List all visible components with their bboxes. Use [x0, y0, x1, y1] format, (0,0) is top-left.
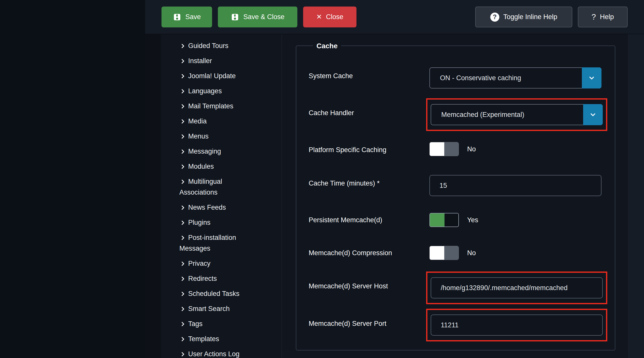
chevron-right-icon	[179, 73, 186, 79]
sidebar-item-label: Guided Tours	[188, 42, 228, 50]
sidebar-item-label: Modules	[188, 163, 214, 170]
memcached-server-port-input[interactable]	[431, 315, 603, 336]
sidebar-item-smart-search[interactable]: Smart Search	[179, 303, 269, 314]
toggle-knob	[430, 213, 445, 227]
highlight-box-cache-handler: Memcached (Experimental)	[426, 98, 607, 131]
help-button[interactable]: ? Help	[578, 7, 628, 27]
save-and-close-button-label: Save & Close	[243, 13, 285, 21]
toggle-inline-help-label: Toggle Inline Help	[503, 13, 557, 21]
highlight-box-server-port	[426, 309, 607, 341]
sidebar-item-multilingual-associations[interactable]: Multilingual Associations	[179, 176, 269, 198]
sidebar-item-templates[interactable]: Templates	[179, 334, 269, 344]
sidebar-item-tags[interactable]: Tags	[179, 319, 269, 329]
toggle-track	[444, 246, 459, 260]
field-label-memcached-server-host: Memcache(d) Server Host	[309, 281, 417, 291]
sidebar-item-plugins[interactable]: Plugins	[179, 217, 269, 228]
field-label-memcached-server-port: Memcache(d) Server Port	[309, 319, 417, 329]
save-button-label: Save	[185, 13, 201, 21]
sidebar-item-media[interactable]: Media	[179, 116, 269, 127]
field-label-platform-specific-caching: Platform Specific Caching	[309, 145, 417, 155]
chevron-right-icon	[179, 336, 186, 342]
sidebar-item-news-feeds[interactable]: News Feeds	[179, 202, 269, 213]
chevron-right-icon	[179, 103, 186, 110]
chevron-right-icon	[179, 118, 186, 125]
chevron-right-icon	[179, 163, 186, 170]
cache-handler-select[interactable]: Memcached (Experimental)	[431, 104, 603, 125]
right-scroll-gutter	[628, 34, 644, 358]
chevron-right-icon	[179, 58, 186, 64]
sidebar-item-installer[interactable]: Installer	[179, 56, 269, 66]
sidebar-item-label: Joomla! Update	[188, 72, 236, 80]
left-gutter	[145, 34, 161, 358]
sidebar-item-label: User Actions Log	[188, 350, 239, 358]
sidebar-item-mail-templates[interactable]: Mail Templates	[179, 101, 269, 112]
sidebar-item-label: Scheduled Tasks	[188, 290, 239, 297]
sidebar-item-redirects[interactable]: Redirects	[179, 273, 269, 284]
sidebar-item-scheduled-tasks[interactable]: Scheduled Tasks	[179, 288, 269, 299]
sidebar-item-modules[interactable]: Modules	[179, 161, 269, 172]
field-label-memcached-compression: Memcache(d) Compression	[309, 248, 417, 258]
sidebar-item-label: News Feeds	[188, 204, 226, 211]
toolbar-left-group: Save Save & Close ✕ Close	[162, 7, 356, 27]
content-bottom-strip	[282, 350, 628, 358]
sidebar-item-label: Languages	[188, 87, 222, 95]
chevron-right-icon	[179, 291, 186, 297]
sidebar-item-label: Media	[188, 117, 207, 125]
chevron-right-icon	[179, 260, 186, 267]
field-label-cache-handler: Cache Handler	[309, 108, 417, 118]
sidebar-item-label: Plugins	[188, 219, 211, 226]
system-cache-value: ON - Conservative caching	[430, 74, 582, 82]
memcached-compression-toggle[interactable]	[429, 246, 459, 260]
question-mark-icon: ?	[592, 13, 596, 22]
toolbar-right-group: ? Toggle Inline Help ? Help	[475, 7, 628, 27]
highlight-box-server-host	[426, 272, 607, 304]
floppy-disk-icon	[231, 13, 239, 21]
save-and-close-button[interactable]: Save & Close	[218, 7, 297, 27]
toggle-inline-help-button[interactable]: ? Toggle Inline Help	[475, 7, 572, 27]
sidebar-item-guided-tours[interactable]: Guided Tours	[179, 40, 269, 51]
chevron-down-icon[interactable]	[583, 104, 603, 125]
cache-time-input[interactable]	[429, 175, 601, 196]
toggle-knob	[430, 142, 444, 156]
chevron-down-icon[interactable]	[582, 67, 601, 88]
close-button-label: Close	[326, 13, 343, 21]
persistent-memcached-control: Yes	[429, 213, 478, 227]
chevron-right-icon	[179, 306, 186, 312]
memcached-server-host-input[interactable]	[431, 277, 603, 298]
toggle-state-label: No	[467, 145, 476, 153]
field-label-system-cache: System Cache	[309, 71, 417, 81]
chevron-right-icon	[179, 133, 186, 140]
toggle-state-label: No	[467, 249, 476, 257]
floppy-disk-icon	[173, 13, 181, 21]
chevron-right-icon	[179, 178, 186, 185]
sidebar-item-label: Privacy	[188, 260, 211, 267]
cache-fieldset: Cache System Cache ON - Conservative cac…	[296, 46, 615, 350]
sidebar-item-messaging[interactable]: Messaging	[179, 146, 269, 157]
toolbar: Save Save & Close ✕ Close ? Toggle Inlin…	[145, 0, 644, 34]
sidebar-item-post-installation-messages[interactable]: Post-installation Messages	[179, 232, 269, 254]
chevron-right-icon	[179, 321, 186, 327]
settings-sidebar: Guided Tours Installer Joomla! Update La…	[161, 34, 282, 358]
chevron-right-icon	[179, 351, 186, 357]
platform-specific-caching-toggle[interactable]	[429, 142, 459, 156]
persistent-memcached-toggle[interactable]	[429, 213, 459, 227]
chevron-right-icon	[179, 148, 186, 155]
sidebar-item-privacy[interactable]: Privacy	[179, 258, 269, 269]
sidebar-item-label: Templates	[188, 335, 219, 343]
chevron-right-icon	[179, 204, 186, 211]
sidebar-item-label: Installer	[188, 57, 212, 65]
system-cache-select[interactable]: ON - Conservative caching	[429, 67, 601, 88]
sidebar-item-user-actions-log[interactable]: User Actions Log	[179, 349, 269, 358]
sidebar-item-languages[interactable]: Languages	[179, 86, 269, 97]
sidebar-item-menus[interactable]: Menus	[179, 131, 269, 142]
save-button[interactable]: Save	[162, 7, 212, 27]
chevron-right-icon	[179, 276, 186, 282]
sidebar-item-joomla-update[interactable]: Joomla! Update	[179, 71, 269, 81]
field-label-persistent-memcached: Persistent Memcache(d)	[309, 215, 417, 225]
sidebar-item-label: Menus	[188, 132, 209, 140]
sidebar-item-label: Smart Search	[188, 305, 230, 312]
field-label-cache-time: Cache Time (minutes) *	[309, 178, 417, 188]
close-button[interactable]: ✕ Close	[303, 7, 356, 27]
chevron-right-icon	[179, 43, 186, 49]
question-circle-icon: ?	[490, 13, 499, 22]
